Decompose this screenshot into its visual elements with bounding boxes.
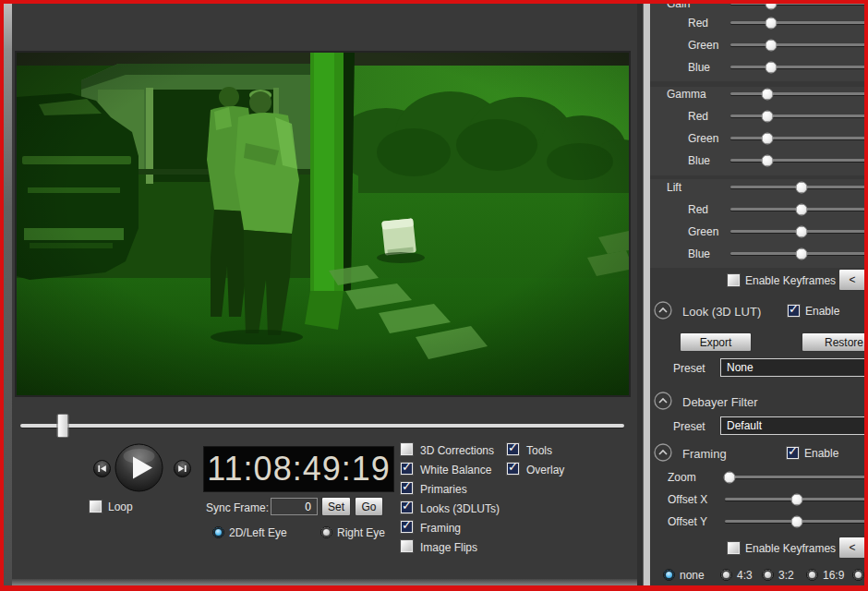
gamma-green-slider-thumb[interactable] bbox=[761, 132, 773, 144]
gamma-blue-label: Blue bbox=[688, 151, 710, 171]
toggle-overlay-label: Overlay bbox=[526, 464, 564, 476]
gain-green-slider-thumb[interactable] bbox=[766, 39, 778, 51]
framing-offset-y-slider[interactable] bbox=[725, 520, 864, 523]
play-button[interactable] bbox=[115, 443, 163, 496]
toggle-3d-corrections[interactable]: ✓ bbox=[401, 443, 413, 455]
gain-red-slider[interactable] bbox=[730, 21, 864, 24]
framing-zoom-slider[interactable] bbox=[725, 476, 864, 478]
gain-slider[interactable] bbox=[730, 2, 864, 5]
aspect-4-3-label: 4:3 bbox=[737, 569, 753, 582]
debayer-collapse-button[interactable] bbox=[653, 391, 673, 411]
gamma-blue-slider[interactable] bbox=[730, 159, 864, 162]
loop-checkbox[interactable]: ✓ bbox=[90, 501, 102, 513]
framing-offset-x-slider-thumb[interactable] bbox=[790, 493, 802, 505]
aspect-radio-3-2[interactable] bbox=[762, 569, 774, 581]
lift-slider[interactable] bbox=[730, 186, 864, 188]
aspect-16-9-label: 16:9 bbox=[823, 569, 844, 582]
lift-green-label: Green bbox=[688, 222, 718, 242]
pane-splitter[interactable] bbox=[643, 0, 650, 591]
gamma-red-slider[interactable] bbox=[730, 115, 864, 117]
chevron-up-circle-icon bbox=[653, 442, 673, 463]
color-enable-keyframes-checkbox[interactable]: ✓ bbox=[728, 274, 740, 286]
chevron-up-circle-icon bbox=[653, 391, 673, 411]
look-restore-button[interactable]: Restore bbox=[802, 332, 864, 352]
radio-2d-left-eye[interactable] bbox=[212, 526, 224, 538]
gain-blue-slider[interactable] bbox=[730, 66, 864, 68]
toggle-white-balance-label: White Balance bbox=[420, 464, 491, 476]
toggle-primaries[interactable]: ✓ bbox=[401, 482, 413, 494]
framing-enable-label: Enable bbox=[804, 447, 838, 460]
look-collapse-button[interactable] bbox=[653, 300, 673, 320]
check-icon: ✓ bbox=[402, 480, 412, 492]
gamma-blue-slider-thumb[interactable] bbox=[761, 154, 773, 166]
timecode-display: 11:08:49:19 bbox=[203, 446, 394, 492]
gain-green-slider[interactable] bbox=[730, 43, 864, 46]
toggle-tools[interactable]: ✓ bbox=[507, 443, 519, 455]
play-icon bbox=[115, 443, 163, 492]
debayer-section-title: Debayer Filter bbox=[682, 395, 758, 409]
lift-green-slider-thumb[interactable] bbox=[795, 225, 807, 237]
framing-enable-checkbox[interactable]: ✓ bbox=[787, 447, 799, 459]
aspect-radio-16-9[interactable] bbox=[806, 569, 818, 581]
framing-keyframes-collapse-button[interactable]: < bbox=[838, 537, 864, 559]
check-icon: ✓ bbox=[788, 445, 798, 457]
toggle-image-flips[interactable]: ✓ bbox=[401, 540, 413, 552]
radio-right-eye[interactable] bbox=[320, 526, 332, 538]
lift-blue-slider-thumb[interactable] bbox=[795, 247, 807, 259]
gamma-slider-thumb[interactable] bbox=[761, 88, 773, 100]
skip-to-end-button[interactable] bbox=[174, 460, 191, 481]
debayer-preset-select[interactable]: Default bbox=[720, 416, 864, 435]
sync-go-button[interactable]: Go bbox=[355, 497, 383, 516]
framing-offset-x-slider[interactable] bbox=[725, 498, 864, 501]
framing-collapse-button[interactable] bbox=[653, 442, 673, 463]
skip-to-start-icon bbox=[93, 460, 111, 477]
color-controls-panel: Gain Red Green Blue Gamma Red Green Blue… bbox=[649, 0, 864, 591]
aspect-radio-extra[interactable] bbox=[852, 569, 864, 581]
color-keyframes-collapse-button[interactable]: < bbox=[838, 269, 864, 291]
color-enable-keyframes-label: Enable Keyframes bbox=[745, 274, 836, 287]
framing-enable-keyframes-checkbox[interactable]: ✓ bbox=[728, 542, 740, 554]
toggle-white-balance[interactable]: ✓ bbox=[401, 463, 413, 475]
lift-slider-thumb[interactable] bbox=[795, 181, 807, 193]
sync-frame-input[interactable] bbox=[271, 498, 318, 515]
window-left-edge bbox=[4, 4, 12, 585]
lift-red-slider-thumb[interactable] bbox=[795, 203, 807, 215]
gain-blue-label: Blue bbox=[688, 57, 710, 78]
toggle-looks-3dluts-label: Looks (3DLUTs) bbox=[420, 502, 500, 515]
framing-section-title: Framing bbox=[682, 447, 727, 461]
gamma-red-label: Red bbox=[688, 106, 708, 127]
toggle-looks-3dluts[interactable]: ✓ bbox=[401, 501, 413, 513]
toggle-overlay[interactable]: ✓ bbox=[507, 463, 519, 475]
sync-set-button[interactable]: Set bbox=[321, 497, 351, 516]
framing-offset-y-slider-thumb[interactable] bbox=[790, 515, 802, 527]
gamma-red-slider-thumb[interactable] bbox=[761, 110, 773, 122]
framing-zoom-slider-thumb[interactable] bbox=[723, 471, 735, 483]
toggle-framing-label: Framing bbox=[420, 522, 461, 535]
gain-red-slider-thumb[interactable] bbox=[766, 17, 778, 29]
timeline-thumb[interactable] bbox=[56, 414, 68, 438]
timeline-slider[interactable] bbox=[20, 424, 624, 428]
gain-blue-slider-thumb[interactable] bbox=[766, 61, 778, 73]
skip-to-start-button[interactable] bbox=[93, 460, 111, 481]
lift-red-slider[interactable] bbox=[730, 208, 864, 211]
aspect-radio-none[interactable] bbox=[663, 569, 675, 581]
lift-blue-slider[interactable] bbox=[730, 252, 864, 255]
aspect-none-label: none bbox=[680, 569, 705, 582]
look-section-title: Look (3D LUT) bbox=[682, 305, 761, 319]
radio-right-eye-label: Right Eye bbox=[337, 526, 385, 539]
gamma-green-slider[interactable] bbox=[730, 137, 864, 139]
look-enable-checkbox[interactable]: ✓ bbox=[788, 305, 800, 317]
toggle-tools-label: Tools bbox=[526, 444, 552, 457]
look-preset-label: Preset bbox=[673, 362, 705, 375]
lift-green-slider[interactable] bbox=[730, 230, 864, 233]
chevron-up-circle-icon bbox=[653, 300, 673, 320]
gamma-label: Gamma bbox=[667, 84, 706, 104]
look-export-button[interactable]: Export bbox=[680, 332, 752, 352]
aspect-radio-4-3[interactable] bbox=[720, 569, 732, 581]
gamma-slider[interactable] bbox=[730, 92, 864, 95]
check-icon: ✓ bbox=[789, 303, 799, 315]
look-preset-select[interactable]: None bbox=[720, 358, 864, 377]
toggle-3d-corrections-label: 3D Corrections bbox=[420, 444, 494, 457]
gain-slider-thumb[interactable] bbox=[766, 0, 778, 9]
toggle-framing[interactable]: ✓ bbox=[401, 521, 413, 533]
